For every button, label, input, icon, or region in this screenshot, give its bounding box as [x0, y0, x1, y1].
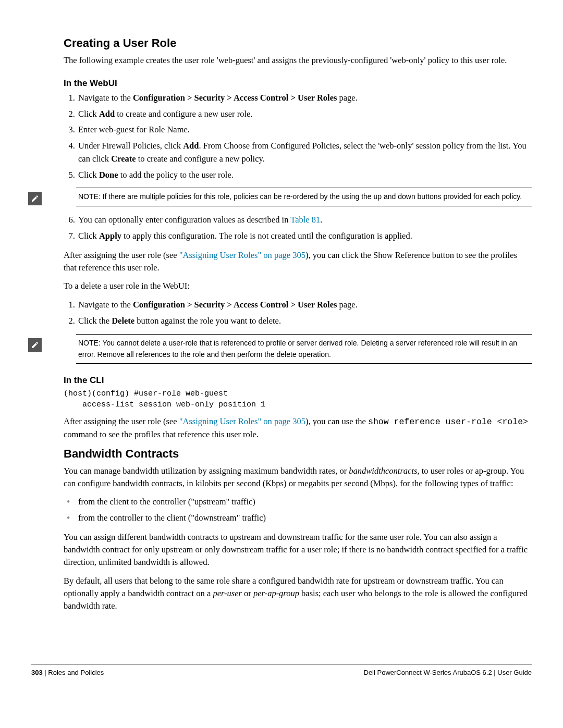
- text: Click: [78, 109, 99, 119]
- text: to create and configure a new policy.: [136, 154, 265, 164]
- list-item: Enter web-guest for Role Name.: [77, 124, 532, 137]
- add-label: Add: [99, 109, 115, 119]
- text: Navigate to the: [78, 93, 133, 103]
- list-item: from the controller to the client ("down…: [78, 512, 532, 525]
- page-footer: 303 | Roles and Policies Dell PowerConne…: [31, 664, 532, 676]
- list-item: Navigate to the Configuration > Security…: [77, 299, 532, 312]
- emphasis: bandwidthcontracts: [349, 466, 417, 476]
- text: command to see the profiles that referen…: [64, 429, 259, 439]
- text: page.: [337, 93, 357, 103]
- create-label: Create: [111, 154, 136, 164]
- bandwidth-p2: You can assign different bandwidth contr…: [64, 531, 532, 569]
- text: Click the: [78, 316, 112, 326]
- heading-bandwidth-contracts: Bandwidth Contracts: [64, 447, 532, 461]
- text: page.: [337, 300, 357, 310]
- note-text: NOTE: If there are multiple policies for…: [76, 188, 532, 206]
- nav-path: Configuration > Security > Access Contro…: [133, 300, 337, 310]
- cross-ref-link[interactable]: "Assigning User Roles" on page 305: [179, 250, 305, 260]
- list-item: Click Apply to apply this configuration.…: [77, 230, 532, 243]
- text: You can manage bandwidth utilization by …: [64, 466, 349, 476]
- footer-separator: |: [43, 669, 48, 676]
- text: After assigning the user role (see: [64, 250, 179, 260]
- text: After assigning the user role (see: [64, 416, 179, 426]
- note-block: NOTE: You cannot delete a user-role that…: [31, 334, 532, 364]
- apply-label: Apply: [99, 231, 121, 241]
- webui-steps-list-b: You can optionally enter configuration v…: [64, 214, 532, 243]
- cli-code-block: (host)(config) #user-role web-guest acce…: [64, 389, 532, 410]
- text: Click: [78, 231, 99, 241]
- traffic-types-list: from the client to the controller ("upst…: [64, 496, 532, 525]
- cli-after-paragraph: After assigning the user role (see "Assi…: [64, 415, 532, 441]
- text: or: [242, 588, 253, 598]
- subheading-webui: In the WebUI: [64, 78, 532, 89]
- text: .: [320, 215, 322, 225]
- page-number: 303: [31, 669, 43, 676]
- pencil-icon: [28, 192, 42, 205]
- list-item: You can optionally enter configuration v…: [77, 214, 532, 227]
- delete-intro: To a delete a user role in the WebUI:: [64, 280, 532, 292]
- text: to add the policy to the user role.: [118, 170, 234, 180]
- nav-path: Configuration > Security > Access Contro…: [133, 93, 337, 103]
- bandwidth-intro: You can manage bandwidth utilization by …: [64, 465, 532, 490]
- add-label: Add: [183, 141, 199, 151]
- note-block: NOTE: If there are multiple policies for…: [31, 188, 532, 206]
- footer-left: 303 | Roles and Policies: [31, 669, 104, 676]
- list-item: from the client to the controller ("upst…: [78, 496, 532, 509]
- list-item: Click Done to add the policy to the user…: [77, 169, 532, 182]
- emphasis: per-user: [213, 588, 242, 598]
- heading-creating-user-role: Creating a User Role: [64, 36, 532, 50]
- subheading-cli: In the CLI: [64, 375, 532, 386]
- cross-ref-link[interactable]: "Assigning User Roles" on page 305: [179, 416, 305, 426]
- delete-label: Delete: [112, 316, 134, 326]
- text: to apply this configuration. The role is…: [121, 231, 412, 241]
- table-link[interactable]: Table 81: [290, 215, 320, 225]
- intro-paragraph: The following example creates the user r…: [64, 54, 532, 67]
- pencil-icon: [28, 338, 42, 352]
- list-item: Click the Delete button against the role…: [77, 315, 532, 328]
- text: button against the role you want to dele…: [134, 316, 281, 326]
- list-item: Click Add to create and configure a new …: [77, 108, 532, 121]
- done-label: Done: [99, 170, 118, 180]
- delete-steps-list: Navigate to the Configuration > Security…: [64, 299, 532, 328]
- text: Navigate to the: [78, 300, 133, 310]
- text: to create and configure a new user role.: [115, 109, 252, 119]
- bandwidth-p3: By default, all users that belong to the…: [64, 575, 532, 612]
- emphasis: per-ap-group: [253, 588, 299, 598]
- list-item: Navigate to the Configuration > Security…: [77, 92, 532, 105]
- text: You can optionally enter configuration v…: [78, 215, 290, 225]
- text: Under Firewall Policies, click: [78, 141, 183, 151]
- note-text: NOTE: You cannot delete a user-role that…: [76, 334, 532, 364]
- footer-right: Dell PowerConnect W-Series ArubaOS 6.2 |…: [364, 669, 532, 676]
- text: ), you can use the: [305, 416, 368, 426]
- list-item: Under Firewall Policies, click Add. From…: [77, 140, 532, 166]
- after-assign-paragraph: After assigning the user role (see "Assi…: [64, 249, 532, 274]
- text: Click: [78, 170, 99, 180]
- webui-steps-list-a: Navigate to the Configuration > Security…: [64, 92, 532, 182]
- document-page: Creating a User Role The following examp…: [0, 0, 563, 697]
- chapter-title: Roles and Policies: [48, 669, 104, 676]
- code-inline: show reference user-role <role>: [368, 417, 528, 427]
